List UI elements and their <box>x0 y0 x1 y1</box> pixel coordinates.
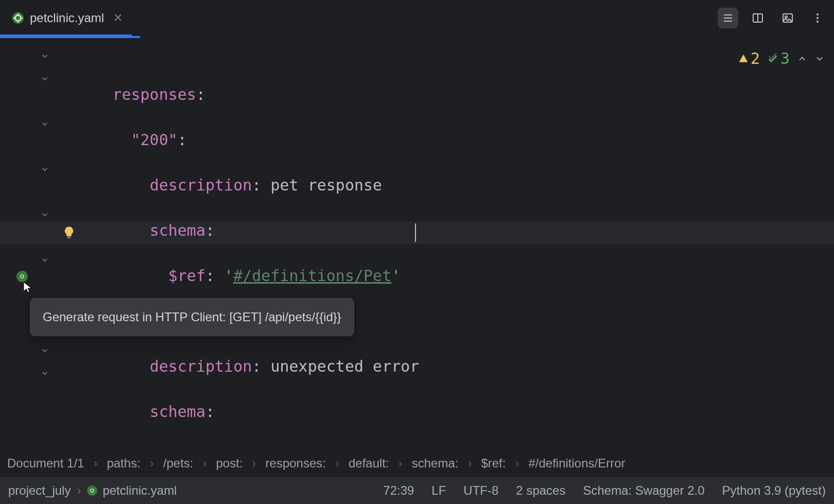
breadcrumb-item[interactable]: post: <box>216 456 243 471</box>
gutter <box>0 38 57 450</box>
warning-count[interactable]: 2 <box>738 47 760 70</box>
preview-icon[interactable] <box>777 8 798 28</box>
tab-filename: petclinic.yaml <box>30 11 104 25</box>
editor-tab[interactable]: petclinic.yaml ✕ <box>0 0 132 36</box>
openapi-file-icon <box>12 12 24 24</box>
fold-toggle[interactable] <box>40 203 53 215</box>
svg-point-12 <box>816 13 819 15</box>
code-area[interactable]: responses: "200": description: pet respo… <box>57 38 834 450</box>
fold-toggle[interactable] <box>40 339 53 351</box>
breadcrumb-item[interactable]: paths: <box>107 456 140 471</box>
status-interpreter[interactable]: Python 3.9 (pytest) <box>722 483 826 498</box>
status-schema[interactable]: Schema: Swagger 2.0 <box>583 483 704 498</box>
svg-point-14 <box>816 21 819 23</box>
svg-point-17 <box>91 489 94 492</box>
fold-toggle[interactable] <box>40 112 53 125</box>
fold-toggle[interactable] <box>40 158 53 170</box>
close-tab-icon[interactable]: ✕ <box>113 11 123 25</box>
status-bar: project_july › petclinic.yaml 72:39 LF U… <box>0 477 834 504</box>
openapi-file-icon <box>87 485 97 496</box>
fold-toggle[interactable] <box>40 67 53 79</box>
next-highlight-icon[interactable] <box>814 47 825 70</box>
svg-point-11 <box>785 16 787 18</box>
fold-toggle[interactable] <box>40 44 53 57</box>
breadcrumbs-bar[interactable]: Document 1/1› paths:› /pets:› post:› res… <box>0 450 834 477</box>
split-preview-icon[interactable] <box>748 8 768 28</box>
svg-point-0 <box>15 15 21 21</box>
breadcrumb-item[interactable]: Document 1/1 <box>7 456 84 471</box>
breadcrumb-item[interactable]: schema: <box>412 456 459 471</box>
breadcrumb-item[interactable]: /pets: <box>163 456 194 471</box>
weak-warning-count[interactable]: 3 <box>767 47 790 70</box>
reader-mode-icon[interactable] <box>718 8 738 28</box>
prev-highlight-icon[interactable] <box>797 47 807 70</box>
status-project[interactable]: project_july › petclinic.yaml <box>8 483 177 498</box>
breadcrumb-item[interactable]: #/definitions/Error <box>528 456 625 471</box>
editor-tab-bar: petclinic.yaml ✕ <box>0 0 834 36</box>
more-menu-icon[interactable] <box>807 8 828 28</box>
breadcrumb-item[interactable]: responses: <box>266 456 326 471</box>
fold-toggle[interactable] <box>40 361 53 374</box>
inspections-widget: 2 3 <box>738 47 825 70</box>
status-caret-position[interactable]: 72:39 <box>383 483 414 498</box>
run-endpoint-gutter-icon[interactable] <box>16 271 29 283</box>
status-encoding[interactable]: UTF-8 <box>463 483 498 498</box>
svg-point-16 <box>21 275 24 278</box>
breadcrumb-item[interactable]: $ref: <box>481 456 506 471</box>
status-indent[interactable]: 2 spaces <box>516 483 565 498</box>
svg-point-13 <box>816 17 819 19</box>
breadcrumb-item[interactable]: default: <box>349 456 389 471</box>
code-editor[interactable]: 2 3 responses: <box>0 38 834 450</box>
gutter-tooltip: Generate request in HTTP Client: [GET] /… <box>30 298 354 336</box>
fold-toggle[interactable] <box>40 248 53 260</box>
status-line-separator[interactable]: LF <box>431 483 446 498</box>
